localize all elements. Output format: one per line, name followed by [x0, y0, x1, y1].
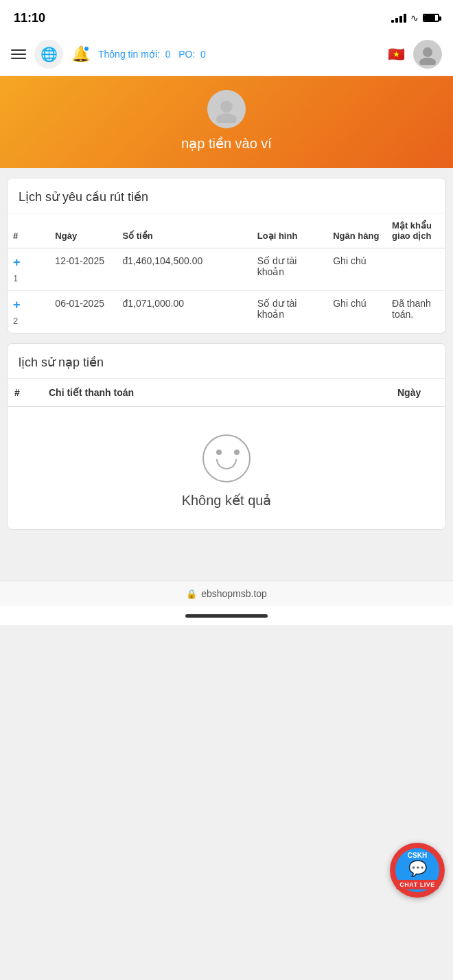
- status-icons: ∿: [391, 12, 439, 23]
- flag-icon: 🇻🇳: [388, 46, 405, 62]
- deposit-col-detail: Chi tiết thanh toán: [42, 379, 391, 407]
- hamburger-menu[interactable]: [11, 49, 26, 59]
- col-header-bank: Ngân hàng: [327, 213, 386, 248]
- row1-amount: đ1,460,104,500.00: [117, 248, 251, 291]
- chat-bubble-icon: 💬: [408, 860, 427, 878]
- table-row: + 2 06-01-2025 đ1,071,000.00 Số dư tài k…: [8, 291, 445, 334]
- chat-live-label: CHAT LIVE: [396, 880, 438, 889]
- expand-icon[interactable]: +: [13, 255, 44, 270]
- sad-face-icon: [202, 434, 251, 482]
- status-bar: 11:10 ∿: [0, 0, 453, 33]
- home-indicator: [0, 606, 453, 625]
- row1-hash: + 1: [8, 248, 49, 291]
- col-header-hash: #: [8, 213, 49, 248]
- cskh-label: CSKH: [408, 852, 427, 859]
- row2-hash: + 2: [8, 291, 49, 334]
- deposit-col-date: Ngày: [391, 379, 445, 407]
- nav-info: Thông tin mới: 0 PO: 0: [98, 49, 380, 60]
- svg-point-0: [423, 47, 432, 57]
- row2-type: Số dư tài khoản: [252, 291, 327, 334]
- chat-live-inner: CSKH 💬 CHAT LIVE: [395, 848, 439, 892]
- empty-text: Không kết quả: [182, 492, 272, 509]
- deposit-col-hash: #: [8, 379, 42, 407]
- lock-icon: 🔒: [186, 589, 197, 599]
- signal-icon: [391, 13, 406, 23]
- deposit-section: lịch sử nạp tiền # Chi tiết thanh toán N…: [7, 343, 446, 530]
- notification-dot: [83, 45, 90, 52]
- chat-live-button[interactable]: CSKH 💬 CHAT LIVE: [390, 843, 445, 898]
- row1-date: 12-01-2025: [49, 248, 117, 291]
- row2-amount: đ1,071,000.00: [117, 291, 251, 334]
- row1-type: Số dư tài khoản: [252, 248, 327, 291]
- po-count: 0: [200, 49, 206, 60]
- col-header-date: Ngày: [49, 213, 117, 248]
- svg-point-1: [419, 58, 436, 65]
- url-bar: 🔒 ebshopmsb.top: [0, 581, 453, 606]
- po-label: PO:: [178, 49, 195, 60]
- col-header-type: Loại hình: [252, 213, 327, 248]
- new-info-count: 0: [165, 49, 171, 60]
- row2-password: Đã thanh toán.: [386, 291, 445, 334]
- row2-bank: Ghi chú: [327, 291, 386, 334]
- banner-text: nạp tiền vào ví: [181, 135, 272, 152]
- row1-bank: Ghi chú: [327, 248, 386, 291]
- wifi-icon: ∿: [410, 12, 419, 23]
- deposit-table: # Chi tiết thanh toán Ngày: [8, 379, 445, 407]
- language-button[interactable]: 🌐: [34, 40, 63, 69]
- status-time: 11:10: [14, 11, 45, 25]
- new-info-label: Thông tin mới:: [98, 49, 160, 60]
- bottom-spacer: [0, 539, 453, 581]
- col-header-amount: Số tiền: [117, 213, 251, 248]
- table-row: + 1 12-01-2025 đ1,460,104,500.00 Số dư t…: [8, 248, 445, 291]
- top-nav: 🌐 🔔 Thông tin mới: 0 PO: 0 🇻🇳: [0, 33, 453, 76]
- banner: nạp tiền vào ví: [0, 76, 453, 168]
- col-header-password: Mật khẩu giao dịch: [386, 213, 445, 248]
- expand-icon[interactable]: +: [13, 298, 44, 312]
- notification-bell[interactable]: 🔔: [71, 45, 90, 63]
- svg-point-2: [220, 101, 233, 113]
- deposit-section-title: lịch sử nạp tiền: [8, 344, 445, 379]
- row1-password: [386, 248, 445, 291]
- withdraw-table: # Ngày Số tiền Loại hình Ngân hàng Mật k…: [8, 213, 445, 333]
- empty-state: Không kết quả: [8, 407, 445, 529]
- withdraw-section-title: Lịch sử yêu cầu rút tiền: [8, 178, 445, 213]
- battery-icon: [423, 14, 439, 22]
- url-text: ebshopmsb.top: [201, 588, 267, 599]
- avatar[interactable]: [413, 40, 442, 69]
- svg-point-3: [216, 113, 237, 123]
- withdraw-section: Lịch sử yêu cầu rút tiền # Ngày Số tiền …: [7, 178, 446, 334]
- row2-date: 06-01-2025: [49, 291, 117, 334]
- home-bar: [185, 614, 268, 618]
- banner-avatar: [207, 90, 246, 128]
